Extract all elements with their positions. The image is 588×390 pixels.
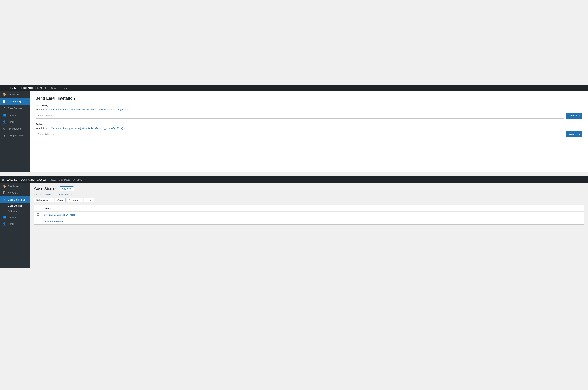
new-label-2: + New [49, 178, 56, 181]
table-row: Stor-Elvdal, Campus Evenstad [34, 212, 584, 218]
add-new-button[interactable]: Add New [60, 186, 74, 191]
sidebar-2: 🎨 Dashboard 🗄 DB Editor ≡ Case Studies ◀… [0, 183, 30, 268]
admin-new-link-1[interactable]: + New [49, 87, 56, 89]
filemanager-icon-1: ⚙ [2, 127, 6, 130]
row-checkbox[interactable] [37, 220, 39, 222]
bulk-actions-wrapper: Bulk actions [34, 198, 54, 202]
project-email-row: Send Invite [36, 131, 582, 137]
row-title-cell: Oulu, Kaukovainio [42, 218, 584, 225]
row-title-link[interactable]: Stor-Elvdal, Campus Evenstad [44, 213, 75, 216]
apply-button[interactable]: Apply [55, 198, 66, 202]
all-dates-select[interactable]: All dates [67, 198, 83, 202]
active-chevron-1: ◀ [19, 100, 21, 103]
filter-mine-link[interactable]: Mine (12) [45, 193, 55, 196]
admin-brand-1[interactable]: ⌂ PED-EU-NET | COST ACTION CA19126 [2, 86, 46, 90]
full-screenshot-2: ⌂ PED-EU-NET | COST ACTION CA19126 + New… [0, 177, 588, 268]
main-content-1: Send Email Invitation Case Study New lin… [30, 91, 588, 172]
admin-new-link-2[interactable]: + New [49, 178, 56, 181]
dbeditor-icon-2: 🗄 [2, 192, 6, 195]
project-section: Project New link: https://pedeu.net/form… [36, 123, 582, 137]
table-header-row: Title ⇕ [34, 205, 584, 212]
sidebar-label-projects-2: Projects [8, 216, 16, 218]
filter-bar: Bulk actions Apply All dates Filter [34, 198, 584, 202]
bulk-actions-select[interactable]: Bulk actions [34, 198, 54, 202]
filter-all-link[interactable]: All (23) [34, 193, 42, 196]
sidebar-item-profile-1[interactable]: 👤 Profile [0, 118, 30, 125]
select-all-checkbox[interactable] [37, 207, 39, 209]
sidebar-label-casestudies-2: Case Studies [8, 198, 22, 201]
admin-brand-2[interactable]: ⌂ PED-EU-NET | COST ACTION CA19126 [2, 178, 46, 181]
sub-addnew-label: Add New [8, 210, 17, 212]
sidebar-1: 🎨 Dashboard 🗄 DB Editor ◀ ≡ Case Studies… [0, 91, 30, 172]
project-link-prefix: New link: [36, 127, 45, 130]
sidebar-item-projects-1[interactable]: 👥 Projects [0, 111, 30, 118]
sidebar-sub-casestudies[interactable]: Case Studies [0, 203, 30, 208]
sidebar-item-dashboard-2[interactable]: 🎨 Dashboard [0, 183, 30, 190]
dbeditor-icon-1: 🗄 [2, 100, 6, 103]
project-link[interactable]: https://pedeu.net/form-general-projects-… [45, 127, 125, 130]
admin-forms-link-1[interactable]: ⊙ Forms [59, 87, 68, 89]
th-checkbox [34, 205, 42, 212]
project-link-row: New link: https://pedeu.net/form-general… [36, 127, 582, 130]
title-sort-icon[interactable]: ⇕ [49, 207, 51, 209]
row-checkbox[interactable] [37, 213, 39, 216]
projects-icon-2: 👥 [2, 215, 6, 219]
case-study-email-row: Send Invite [36, 113, 582, 119]
sidebar-item-profile-2[interactable]: 👤 Profile [0, 220, 30, 227]
forms-icon-2: ⊙ [73, 178, 75, 181]
sidebar-item-casestudies-2[interactable]: ≡ Case Studies ◀ [0, 196, 30, 203]
sidebar-label-casestudies-1: Case Studies [8, 107, 22, 110]
sidebar-item-filemanager-1[interactable]: ⚙ File Manager [0, 125, 30, 132]
filter-sep-1: | [43, 193, 44, 196]
profile-icon-1: 👤 [2, 120, 6, 124]
forms-label-1: Forms [61, 87, 68, 89]
viewposts-label-2: View Posts [59, 178, 70, 181]
dashboard-icon-1: 🎨 [2, 93, 6, 96]
sidebar-label-collapse-1: Collapse menu [8, 134, 24, 137]
project-send-btn[interactable]: Send Invite [566, 131, 582, 137]
full-screenshot-1: ⌂ PED-EU-NET | COST ACTION CA19126 + New… [0, 85, 588, 172]
sidebar-item-casestudies-1[interactable]: ≡ Case Studies [0, 105, 30, 111]
filter-button[interactable]: Filter [84, 198, 94, 202]
case-study-label: Case Study [36, 104, 582, 107]
case-study-send-btn[interactable]: Send Invite [566, 113, 582, 119]
row-title-cell: Stor-Elvdal, Campus Evenstad [42, 212, 584, 218]
sidebar-label-projects-1: Projects [8, 114, 16, 116]
case-study-link-row: New link: https://pedeu.net/form-cost-ac… [36, 108, 582, 111]
case-study-link[interactable]: https://pedeu.net/form-cost-action-ca191… [45, 108, 131, 111]
sidebar-item-collapse-1[interactable]: ◀ Collapse menu [0, 132, 30, 139]
screenshots-container: ⌂ PED-EU-NET | COST ACTION CA19126 + New… [0, 0, 588, 268]
admin-forms-link-2[interactable]: ⊙ Forms [73, 178, 82, 181]
admin-viewposts-link-2[interactable]: View Posts [59, 178, 70, 181]
case-study-email-input[interactable] [36, 113, 564, 119]
cs-page-title: Case Studies [34, 187, 57, 191]
filter-published-link[interactable]: Published (23) [58, 193, 73, 196]
sidebar-label-profile-2: Profile [8, 223, 14, 225]
sidebar-label-dbeditor-2: DB Editor [8, 192, 18, 195]
new-label-1: + New [49, 87, 56, 89]
sidebar-label-filemanager-1: File Manager [8, 127, 22, 130]
all-dates-wrapper: All dates [67, 198, 83, 202]
page-title-1: Send Email Invitation [36, 96, 582, 100]
sidebar-sub-addnew[interactable]: Add New [0, 208, 30, 213]
forms-icon-1: ⊙ [59, 87, 61, 89]
forms-label-2: Forms [76, 178, 82, 181]
profile-icon-2: 👤 [2, 222, 6, 226]
row-title-link[interactable]: Oulu, Kaukovainio [44, 220, 63, 223]
admin-bar-2: ⌂ PED-EU-NET | COST ACTION CA19126 + New… [0, 177, 588, 183]
sidebar-item-dbeditor-2[interactable]: 🗄 DB Editor [0, 190, 30, 196]
table-row: Oulu, Kaukovainio [34, 218, 584, 225]
casestudies-icon-2: ≡ [2, 198, 6, 201]
casestudies-icon-1: ≡ [2, 107, 6, 110]
row-checkbox-cell [34, 218, 42, 225]
sidebar-item-dbeditor-1[interactable]: 🗄 DB Editor ◀ [0, 98, 30, 105]
sidebar-item-projects-2[interactable]: 👥 Projects [0, 213, 30, 220]
case-study-section: Case Study New link: https://pedeu.net/f… [36, 104, 582, 119]
body-row-2: 🎨 Dashboard 🗄 DB Editor ≡ Case Studies ◀… [0, 183, 588, 268]
admin-bar-1: ⌂ PED-EU-NET | COST ACTION CA19126 + New… [0, 85, 588, 91]
sidebar-item-dashboard-1[interactable]: 🎨 Dashboard [0, 91, 30, 98]
th-title: Title ⇕ [42, 205, 584, 212]
screenshot-1 [0, 0, 588, 85]
cs-header: Case Studies Add New [34, 186, 584, 191]
project-email-input[interactable] [36, 131, 564, 137]
